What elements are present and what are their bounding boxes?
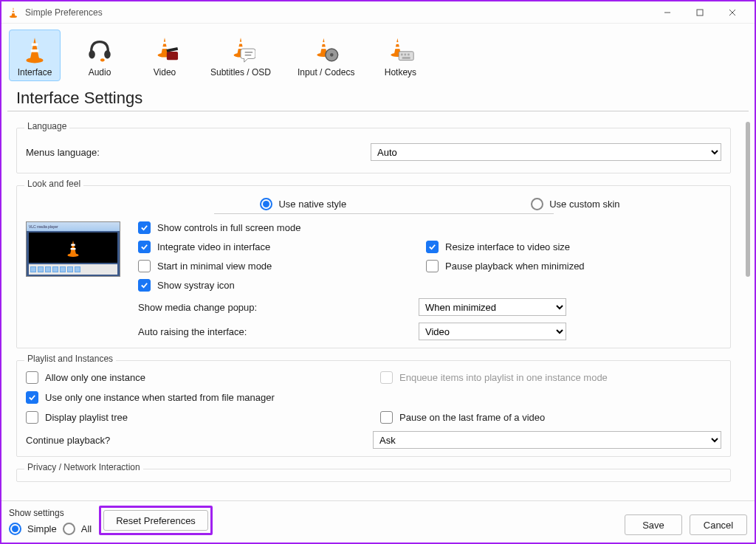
check-label: Integrate video in interface	[157, 241, 270, 252]
svg-rect-24	[320, 47, 326, 49]
svg-rect-18	[238, 42, 244, 44]
svg-point-10	[89, 50, 95, 58]
group-legend: Look and feel	[24, 179, 83, 189]
auto-raise-select[interactable]: Video	[419, 323, 566, 340]
window-title: Simple Preferences	[25, 7, 103, 18]
tab-interface[interactable]: Interface	[9, 30, 61, 81]
tab-input-codecs[interactable]: Input / Codecs	[291, 30, 361, 81]
group-legend: Playlist and Instances	[24, 354, 116, 364]
tab-label: Interface	[18, 67, 52, 78]
svg-rect-17	[166, 47, 178, 52]
svg-rect-32	[399, 52, 414, 61]
tab-label: Audio	[89, 67, 111, 78]
check-fullscreen-controls[interactable]: Show controls in full screen mode	[138, 221, 419, 234]
check-start-minimal[interactable]: Start in minimal view mode	[138, 260, 419, 272]
check-label: Show controls in full screen mode	[157, 222, 300, 233]
svg-rect-33	[401, 54, 403, 56]
group-language: Language Menus language: Auto	[16, 128, 731, 173]
tab-subtitles[interactable]: Subtitles / OSD	[204, 30, 278, 81]
save-button[interactable]: Save	[625, 514, 682, 535]
codecs-disc-icon	[312, 35, 341, 64]
svg-point-12	[100, 58, 105, 61]
svg-rect-30	[395, 47, 401, 49]
svg-rect-23	[321, 42, 326, 44]
continue-playback-select[interactable]: Ask	[373, 431, 721, 449]
tab-label: Input / Codecs	[298, 67, 354, 78]
radio-label: Use native style	[278, 199, 346, 210]
check-label: Pause playback when minimized	[445, 261, 585, 272]
subtitles-bubble-icon	[226, 35, 255, 64]
group-legend: Language	[24, 121, 69, 131]
check-label: Display playlist tree	[45, 412, 128, 423]
tab-hotkeys[interactable]: Hotkeys	[374, 30, 426, 81]
check-integrate-video[interactable]: Integrate video in interface	[138, 241, 419, 253]
check-pause-last-frame[interactable]: Pause on the last frame of a video	[380, 411, 721, 424]
radio-native-style[interactable]: Use native style	[260, 198, 346, 210]
page-title: Interface Settings	[7, 84, 749, 111]
tab-label: Video	[154, 67, 176, 78]
tab-video[interactable]: Video	[139, 30, 190, 81]
radio-label: Simple	[27, 523, 57, 534]
svg-rect-0	[12, 10, 15, 11]
window-close-button[interactable]	[716, 1, 749, 24]
auto-raise-label: Auto raising the interface:	[138, 326, 411, 337]
style-preview: VLC media player	[26, 221, 122, 340]
check-label: Pause on the last frame of a video	[399, 412, 545, 423]
hotkeys-keyboard-icon	[385, 35, 415, 64]
svg-rect-37	[71, 244, 75, 245]
scrollbar-thumb[interactable]	[746, 122, 750, 277]
check-one-instance-filemanager[interactable]: Use only one instance when started from …	[26, 391, 721, 404]
cancel-button[interactable]: Cancel	[690, 514, 747, 535]
media-popup-label: Show media change popup:	[138, 302, 411, 313]
check-label: Allow only one instance	[45, 372, 145, 383]
check-display-playlist-tree[interactable]: Display playlist tree	[26, 411, 373, 424]
radio-custom-skin[interactable]: Use custom skin	[531, 198, 619, 210]
check-label: Resize interface to video size	[445, 241, 570, 252]
check-show-systray[interactable]: Show systray icon	[138, 279, 419, 292]
svg-rect-36	[402, 57, 410, 59]
svg-rect-14	[162, 47, 168, 49]
check-pause-minimized[interactable]: Pause playback when minimized	[426, 260, 721, 272]
check-allow-one-instance[interactable]: Allow only one instance	[26, 371, 373, 384]
group-legend: Privacy / Network Interaction	[24, 462, 143, 472]
radio-show-all[interactable]: All	[63, 523, 92, 535]
category-toolbar: Interface Audio	[1, 24, 755, 84]
check-enqueue-items: Enqueue items into playlist in one insta…	[380, 371, 721, 384]
audio-headphones-icon	[85, 35, 114, 64]
svg-rect-8	[31, 49, 39, 52]
radio-label: Use custom skin	[549, 199, 619, 210]
svg-rect-29	[396, 42, 400, 44]
window-maximize-button[interactable]	[684, 1, 716, 24]
menus-language-select[interactable]: Auto	[371, 143, 721, 161]
menus-language-label: Menus language:	[26, 147, 371, 158]
svg-rect-4	[697, 10, 703, 16]
svg-rect-7	[32, 44, 38, 47]
window-minimize-button[interactable]	[651, 1, 684, 24]
svg-point-28	[330, 53, 334, 57]
check-resize-interface[interactable]: Resize interface to video size	[426, 241, 721, 253]
group-look-and-feel: Look and feel Use native style Use custo…	[16, 185, 731, 348]
radio-show-simple[interactable]: Simple	[9, 523, 57, 535]
check-label: Use only one instance when started from …	[45, 392, 275, 403]
check-label: Show systray icon	[157, 280, 235, 291]
check-label: Start in minimal view mode	[157, 261, 272, 272]
video-clapper-icon	[150, 35, 179, 64]
svg-point-11	[104, 50, 111, 58]
group-privacy: Privacy / Network Interaction	[16, 469, 731, 482]
tab-label: Subtitles / OSD	[210, 67, 271, 78]
svg-rect-13	[162, 42, 168, 44]
media-popup-select[interactable]: When minimized	[419, 298, 566, 316]
svg-point-39	[67, 253, 78, 257]
reset-preferences-button[interactable]: Reset Preferences	[103, 510, 208, 531]
group-playlist-instances: Playlist and Instances Allow only one in…	[16, 360, 731, 457]
tab-audio[interactable]: Audio	[74, 30, 126, 81]
show-settings-label: Show settings	[9, 508, 92, 518]
svg-rect-34	[405, 54, 407, 56]
svg-rect-1	[12, 12, 16, 13]
svg-point-9	[26, 58, 43, 63]
tab-label: Hotkeys	[385, 67, 416, 78]
check-label: Enqueue items into playlist in one insta…	[399, 372, 608, 383]
interface-cone-icon	[20, 35, 49, 64]
vlc-cone-icon	[7, 7, 19, 18]
svg-rect-35	[408, 54, 410, 56]
